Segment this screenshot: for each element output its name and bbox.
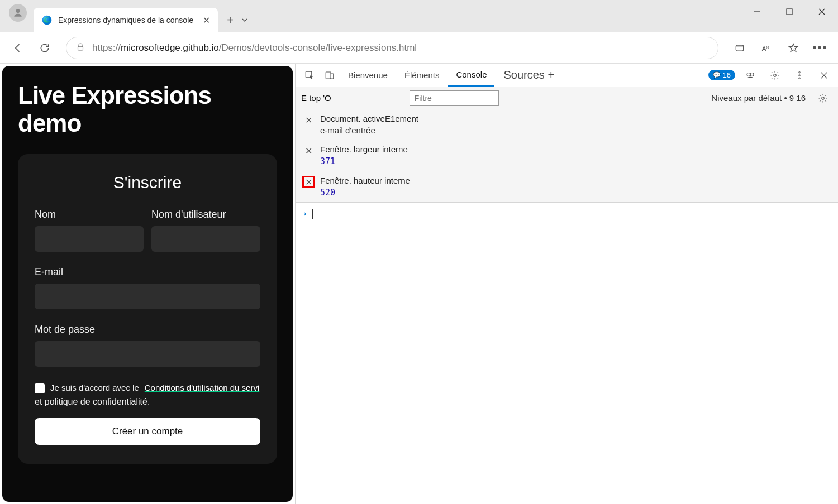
devtools-close-button[interactable] (815, 66, 834, 85)
tab-elements[interactable]: Éléments (397, 64, 447, 87)
back-button[interactable] (7, 37, 29, 59)
live-expressions-list: ✕ Document. activeE1ement e-mail d'entré… (296, 109, 838, 203)
svg-rect-6 (78, 46, 83, 50)
app-mode-button[interactable] (729, 37, 751, 59)
svg-point-15 (774, 74, 777, 76)
devtools-panel: Bienvenue Éléments Console Sources + 16 … (295, 64, 838, 504)
read-aloud-button[interactable]: A⁾⁾ (755, 37, 778, 59)
svg-point-0 (16, 9, 20, 13)
expression-value: 371 (320, 156, 831, 166)
password-input[interactable] (35, 341, 260, 367)
edge-icon (41, 15, 53, 26)
create-account-button[interactable]: Créer un compte (35, 418, 260, 445)
svg-point-1 (42, 16, 52, 25)
name-input[interactable] (35, 226, 144, 252)
svg-rect-3 (787, 9, 792, 15)
live-expression-item: ✕ Document. activeE1ement e-mail d'entré… (296, 109, 838, 140)
favorites-button[interactable] (782, 37, 804, 59)
remove-expression-button[interactable]: ✕ (302, 145, 315, 157)
text-cursor (312, 209, 313, 219)
svg-point-21 (822, 97, 825, 99)
email-label: E-mail (35, 266, 260, 278)
device-toggle-button[interactable] (320, 66, 339, 85)
agree-suffix-text: et politique de confidentialité. (35, 397, 260, 407)
svg-rect-7 (736, 45, 743, 51)
window-controls (741, 0, 838, 23)
expression-label[interactable]: Document. activeE1ement (320, 114, 831, 123)
remove-expression-button[interactable]: ✕ (302, 176, 315, 188)
agree-checkbox[interactable] (35, 383, 45, 393)
tab-close-button[interactable]: ✕ (203, 15, 210, 26)
terms-link[interactable]: Conditions d'utilisation du servi (145, 381, 259, 395)
devtools-more-button[interactable] (790, 66, 809, 85)
close-window-button[interactable] (806, 0, 838, 23)
expression-label[interactable]: Fenêtre. hauteur interne (320, 176, 831, 185)
svg-text:A⁾⁾: A⁾⁾ (762, 45, 770, 52)
inspect-element-button[interactable] (300, 66, 319, 85)
svg-point-17 (799, 74, 800, 75)
signup-card: S'inscrire Nom Nom d'utilisateur E-mail … (18, 154, 277, 464)
tab-console[interactable]: Console (448, 64, 494, 87)
live-expression-item: ✕ Fenêtre. hauteur interne 520 (296, 171, 838, 203)
address-bar[interactable]: https://microsoftedge.github.io/Demos/de… (66, 37, 718, 59)
svg-point-16 (799, 71, 800, 73)
expression-value: e-mail d'entrée (320, 126, 831, 135)
page-content: Live Expressions demo S'inscrire Nom Nom… (2, 66, 293, 502)
more-button[interactable]: ••• (809, 37, 831, 59)
remove-expression-button[interactable]: ✕ (302, 114, 315, 126)
page-title: Live Expressions demo (18, 81, 277, 137)
console-input-row[interactable]: › (296, 203, 838, 224)
signup-heading: S'inscrire (35, 173, 260, 192)
agree-prefix-text: Je suis d'accord avec le (50, 381, 139, 395)
url-text: https://microsoftedge.github.io/Demos/de… (92, 42, 417, 54)
password-label: Mot de passe (35, 324, 260, 335)
expression-label[interactable]: Fenêtre. largeur interne (320, 145, 831, 154)
browser-toolbar: https://microsoftedge.github.io/Demos/de… (0, 32, 838, 64)
live-expression-item: ✕ Fenêtre. largeur interne 371 (296, 140, 838, 171)
feedback-button[interactable] (741, 66, 760, 85)
svg-point-18 (799, 78, 800, 79)
svg-point-13 (747, 73, 750, 76)
lock-icon (75, 42, 85, 54)
console-subbar: E top 'O Niveaux par défaut • 9 16 (296, 87, 838, 109)
email-input[interactable] (35, 284, 260, 309)
username-label: Nom d'utilisateur (151, 209, 260, 220)
browser-titlebar: Expressions dynamiques de la console ✕ + (0, 0, 838, 32)
refresh-button[interactable] (34, 37, 56, 59)
console-levels[interactable]: Niveaux par défaut • 9 16 (711, 93, 806, 103)
expression-value: 520 (320, 188, 831, 198)
issues-badge[interactable]: 16 (708, 70, 735, 80)
console-context[interactable]: E top 'O (301, 93, 331, 103)
username-input[interactable] (151, 226, 260, 252)
profile-button[interactable] (9, 4, 27, 22)
settings-button[interactable] (765, 66, 784, 85)
tab-welcome[interactable]: Bienvenue (340, 64, 396, 87)
console-settings-button[interactable] (813, 89, 832, 108)
tab-sources[interactable]: Sources + (496, 64, 562, 87)
minimize-button[interactable] (741, 0, 773, 23)
name-label: Nom (35, 209, 144, 220)
console-filter-input[interactable] (410, 90, 499, 106)
svg-rect-12 (330, 74, 334, 79)
maximize-button[interactable] (773, 0, 806, 23)
chevron-right-icon: › (302, 208, 308, 219)
new-tab-button[interactable]: + (221, 11, 239, 29)
devtools-tabs: Bienvenue Éléments Console Sources + 16 (296, 64, 838, 87)
svg-point-14 (750, 73, 754, 76)
tabs-dropdown-button[interactable] (239, 11, 250, 29)
browser-tab[interactable]: Expressions dynamiques de la console ✕ (34, 8, 218, 32)
tab-title: Expressions dynamiques de la console (58, 16, 197, 25)
